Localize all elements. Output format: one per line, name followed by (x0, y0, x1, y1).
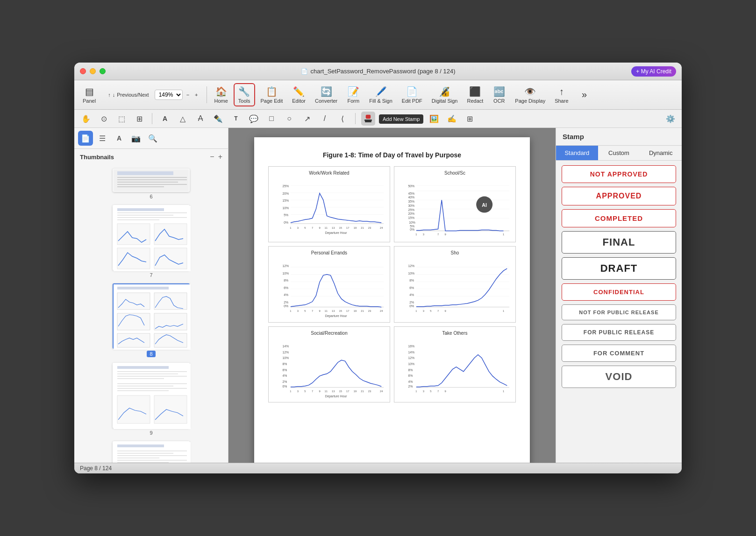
editor-button[interactable]: ✏️ Editor (288, 84, 309, 106)
stamp-not-for-public[interactable]: NOT FOR PUBLIC RELEASE (562, 304, 676, 320)
svg-text:2%: 2% (408, 384, 413, 388)
list-item[interactable]: 9 (113, 363, 190, 436)
svg-text:5: 5 (304, 310, 306, 313)
highlight-button[interactable]: △ (176, 112, 190, 126)
thumbnail-controls: − + (210, 153, 222, 161)
svg-text:1: 1 (503, 233, 504, 236)
chart-social-title: Social/Recreation (272, 331, 386, 336)
hand-tool-button[interactable]: ✋ (79, 112, 93, 126)
bookmark-tab[interactable]: ☰ (95, 131, 110, 146)
ai-credit-button[interactable]: + My AI Credit (631, 66, 676, 77)
stamp-button[interactable] (361, 112, 375, 126)
list-item[interactable] (113, 441, 190, 463)
snapshot-tab[interactable]: 📷 (128, 131, 143, 146)
minimize-button[interactable] (90, 68, 96, 74)
prev-next-button[interactable]: ↑ ↓ Previous/Next (104, 90, 152, 99)
svg-text:30%: 30% (408, 204, 414, 207)
form-button[interactable]: 📝 Form (343, 84, 364, 106)
svg-text:9: 9 (444, 310, 446, 313)
digital-sign-button[interactable]: 🔏 Digital Sign (428, 84, 462, 106)
snapshot-button[interactable]: ⊞ (132, 112, 146, 126)
settings-button[interactable]: ⚙️ (664, 112, 677, 125)
page-display-button[interactable]: 👁️ Page Display (511, 84, 549, 106)
stamp-approved[interactable]: APPROVED (562, 187, 676, 205)
text-tab[interactable]: A (112, 131, 127, 146)
chart-shopping-title: Sho (398, 250, 512, 255)
typewriter-button[interactable]: T (229, 112, 243, 126)
stamp-tab-custom[interactable]: Custom (598, 146, 640, 160)
signature-button[interactable]: ✍️ (445, 112, 459, 126)
stamp-tab-dynamic[interactable]: Dynamic (640, 146, 682, 160)
strikethrough-button[interactable]: A (193, 112, 207, 126)
svg-text:7: 7 (312, 310, 313, 313)
tools-icon: 🔧 (238, 86, 250, 97)
panel-button[interactable]: ▤ Panel (79, 84, 100, 106)
stamp-for-public-release[interactable]: FOR PUBLIC RELEASE (562, 324, 676, 341)
chart-shopping-svg: 12% 10% 8% 6% 4% 2% 0% % of Shopping Tri… (398, 257, 512, 325)
svg-rect-1 (366, 115, 371, 119)
app-window: 📄 chart_SetPassword_RemovePassword (page… (74, 63, 682, 473)
thumb-zoom-out-button[interactable]: − (210, 153, 214, 161)
zoom-in-button[interactable]: + (193, 91, 200, 99)
prev-icon: ↑ (108, 92, 111, 98)
redact-icon: ⬛ (469, 86, 481, 97)
svg-text:1: 1 (415, 390, 417, 393)
fill-sign-button[interactable]: 🖊️ Fill & Sign (365, 84, 396, 106)
select-tool-button[interactable]: ⊙ (97, 112, 111, 126)
chart-others: Take Others 16% 14% 12% 10% 8% 6% 4% 2% … (394, 326, 516, 402)
image-button[interactable]: 🖼️ (427, 112, 441, 126)
svg-text:Departure Hour: Departure Hour (325, 314, 348, 318)
svg-rect-8 (117, 184, 187, 185)
tools-button[interactable]: 🔧 Tools (234, 83, 255, 106)
home-button[interactable]: 🏠 Home (211, 84, 232, 106)
svg-text:7: 7 (312, 390, 313, 393)
ocr-icon: 🔤 (493, 86, 505, 97)
eraser-button[interactable]: ⟨ (335, 112, 349, 126)
list-item[interactable]: 7 (113, 205, 190, 278)
stamp-void[interactable]: VOID (562, 366, 676, 388)
maximize-button[interactable] (100, 68, 106, 74)
stamp-confidential[interactable]: CONFIDENTIAL (562, 283, 676, 301)
converter-button[interactable]: 🔄 Converter (311, 84, 341, 106)
svg-text:7: 7 (437, 390, 439, 393)
thumb-zoom-in-button[interactable]: + (218, 153, 222, 161)
rectangle-button[interactable]: □ (264, 112, 278, 126)
chart-school-title: School/Sc (398, 170, 512, 176)
share-button[interactable]: ↑ Share (551, 85, 572, 106)
stamp-for-comment[interactable]: FOR COMMENT (562, 345, 676, 362)
stamp-completed[interactable]: COMPLETED (562, 209, 676, 227)
callout-button[interactable]: 💬 (247, 112, 261, 126)
page-8-number: 8 (147, 351, 155, 357)
stamp-draft[interactable]: DRAFT (562, 257, 676, 280)
redact-button[interactable]: ⬛ Redact (463, 84, 487, 106)
pen-button[interactable]: ✒️ (211, 112, 225, 126)
search-tab[interactable]: 🔍 (145, 131, 160, 146)
ellipse-button[interactable]: ○ (282, 112, 296, 126)
thumbnails-list: 6 (74, 165, 228, 463)
titlebar: 📄 chart_SetPassword_RemovePassword (page… (74, 63, 682, 80)
table-button[interactable]: ⊞ (463, 112, 477, 126)
svg-rect-38 (117, 395, 150, 423)
list-item[interactable]: 8 (113, 283, 190, 357)
left-panel: 📄 ☰ A 📷 🔍 Thumbnails − + (74, 128, 228, 463)
stamp-not-approved[interactable]: NOT APPROVED (562, 165, 676, 183)
line-button[interactable]: ↗ (300, 112, 314, 126)
edit-pdf-button[interactable]: 📄 Edit PDF (398, 84, 426, 106)
chart-social-svg: 14% 12% 10% 8% 6% 4% 2% 0% % of Social/R… (272, 338, 386, 405)
pencil-button[interactable]: / (318, 112, 332, 126)
list-item[interactable]: 6 (113, 169, 190, 199)
pdf-viewer: Figure 1-8: Time of Day of Travel by Pur… (228, 128, 556, 463)
rectangle-select-button[interactable]: ⬚ (114, 112, 128, 126)
zoom-select[interactable]: 149% (155, 90, 183, 100)
stamp-tab-standard[interactable]: Standard (556, 146, 598, 160)
text-tool-button[interactable]: A (158, 112, 172, 126)
page-edit-button[interactable]: 📋 Page Edit (257, 84, 287, 106)
close-button[interactable] (80, 68, 86, 74)
thumbnail-tab[interactable]: 📄 (78, 131, 93, 146)
more-button[interactable]: » (574, 87, 595, 103)
stamp-final[interactable]: FINAL (562, 231, 676, 254)
stamp-panel: Stamp Standard Custom Dynamic NOT APPROV… (556, 128, 682, 463)
chart-errands: Personal Errands 12% 10% 8% 6% 4% 2% 0% … (268, 246, 390, 322)
ocr-button[interactable]: 🔤 OCR (489, 84, 509, 106)
zoom-out-button[interactable]: − (185, 91, 191, 99)
